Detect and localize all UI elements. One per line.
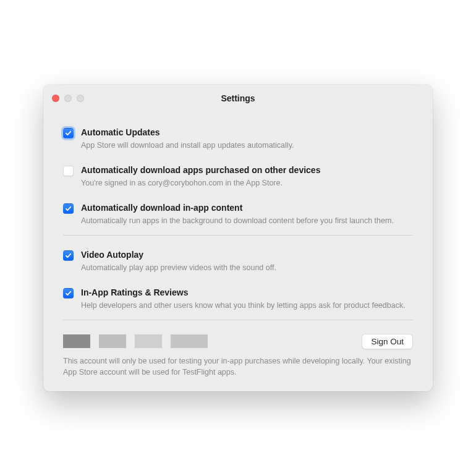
setting-label: Video Autoplay [81, 249, 413, 261]
maximize-button[interactable] [77, 95, 84, 102]
placeholder-block [63, 334, 90, 348]
setting-label: Automatically download apps purchased on… [81, 164, 413, 176]
setting-label: In-App Ratings & Reviews [81, 287, 413, 299]
setting-row-auto-download-purchased: Automatically download apps purchased on… [63, 164, 413, 189]
traffic-lights [52, 95, 84, 102]
checkmark-icon [65, 205, 72, 212]
checkbox-ratings-reviews[interactable] [63, 288, 74, 299]
setting-row-ratings-reviews: In-App Ratings & Reviews Help developers… [63, 287, 413, 311]
close-button[interactable] [52, 95, 59, 102]
placeholder-block [135, 334, 162, 348]
placeholder-block [99, 334, 126, 348]
sign-out-button[interactable]: Sign Out [362, 334, 413, 349]
checkmark-icon [65, 290, 72, 297]
setting-row-video-autoplay: Video Autoplay Automatically play app pr… [63, 249, 413, 273]
checkmark-icon [65, 130, 72, 137]
checkbox-video-autoplay[interactable] [63, 250, 74, 261]
settings-window: Settings Automatic Updates App Store wil… [43, 85, 433, 391]
checkmark-icon [65, 252, 72, 259]
checkbox-auto-download-purchased[interactable] [63, 166, 74, 176]
placeholder-block [171, 334, 208, 348]
setting-desc: You're signed in as cory@corybohon.com i… [81, 177, 413, 189]
content-area: Automatic Updates App Store will downloa… [43, 112, 433, 391]
setting-desc: Automatically run apps in the background… [81, 215, 413, 226]
setting-desc: Automatically play app preview videos wi… [81, 262, 413, 273]
setting-desc: Help developers and other users know wha… [81, 300, 413, 311]
setting-row-automatic-updates: Automatic Updates App Store will downloa… [63, 127, 413, 151]
setting-desc: App Store will download and install app … [81, 140, 413, 151]
window-title: Settings [221, 93, 255, 103]
checkbox-auto-download-in-app[interactable] [63, 203, 74, 214]
divider [63, 320, 413, 320]
titlebar: Settings [43, 85, 433, 112]
footer-row: Sign Out [63, 334, 413, 349]
minimize-button[interactable] [64, 95, 72, 102]
footer-note: This account will only be used for testi… [63, 355, 413, 378]
divider [63, 235, 413, 236]
checkbox-automatic-updates[interactable] [63, 128, 74, 138]
setting-label: Automatically download in-app content [81, 202, 413, 214]
setting-row-auto-download-in-app: Automatically download in-app content Au… [63, 202, 413, 226]
setting-label: Automatic Updates [81, 127, 413, 138]
